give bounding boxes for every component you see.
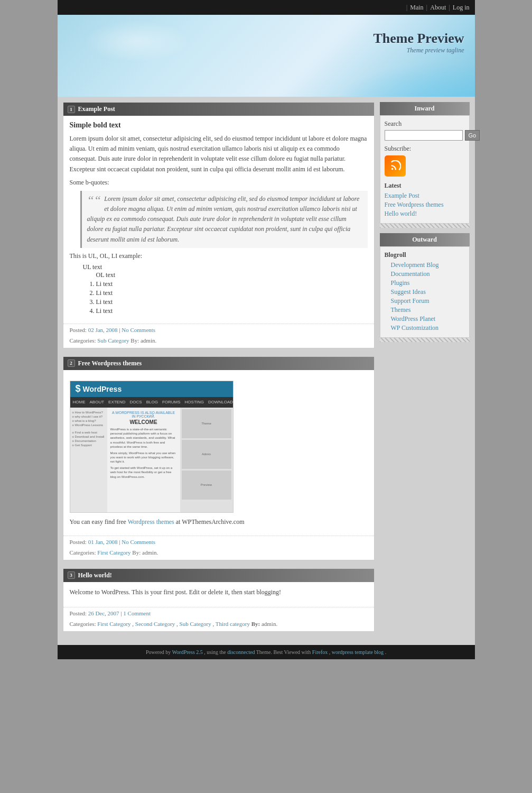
by-label-3: By: [251,621,260,627]
post-cat-3-3[interactable]: Sub Category [180,621,211,627]
sidebar-outward-content: Blogroll Development Blog Documentation … [380,246,470,338]
post-header-3: 3 Hello world! [63,569,374,582]
wp-logo: $ [76,383,81,394]
sidebar-inward-header: Inward [380,102,470,115]
subscribe-label: Subscribe: [385,145,465,153]
blogroll-suggest[interactable]: Suggest Ideas [385,288,465,296]
footer-using: , using the [204,649,226,655]
footer-wp-template[interactable]: wordpress template blog [332,649,384,655]
post-cats-1: Categories: Sub Category By: admin. [63,336,374,348]
wp-panel-preview: Preview [182,471,231,500]
blogroll-plugins[interactable]: Plugins [385,279,465,287]
search-go-button[interactable]: Go [465,130,480,141]
topbar-sep3: | [449,3,450,12]
wp-sidebar-item: o why should I use it? [72,415,105,418]
post-cat-3-4[interactable]: Third category [216,621,250,627]
post-blockquote: Lorem ipsum dolor sit amet, consectetur … [80,191,368,248]
post-body-2: $ WordPress HOME ABOUT EXTEND DOCS BLOG … [63,370,374,536]
post-number-3: 3 [68,571,75,579]
post-paragraph-1: Lorem ipsum dolor sit amet, consectetur … [70,134,368,174]
sidebar-outward-header: Outward [380,233,470,246]
wp-sidebar-item: o How to WordPress? [72,411,105,414]
post-bold-title: Simple bold text [70,121,368,130]
wp-panel-admin: Admin [182,440,231,469]
post-date-2[interactable]: 01 Jan, 2008 [88,539,118,545]
wp-sidebar: o How to WordPress? o why should I use i… [70,408,107,513]
posted-label-3: Posted: [70,610,87,616]
wp-nav-docs: DOCS [130,400,142,404]
footer-firefox[interactable]: Firefox [312,649,328,655]
latest-link-2[interactable]: Free Wordpress themes [385,201,465,209]
cats-label-2: Categories: [70,549,96,556]
blogroll-wpcust[interactable]: WP Customization [385,324,465,332]
post-author-3: admin. [262,621,277,627]
post-header-1: 1 Example Post [63,103,374,116]
post-wp-themes: 2 Free Wordpress themes $ WordPress HOME… [63,356,375,560]
wp-nav-home: HOME [73,400,86,404]
topbar-sep: | [406,3,408,12]
rss-icon[interactable] [385,155,406,177]
post-footer-3: Posted: 26 Dec, 2007 | 1 Comment [63,607,374,619]
wp-navbar: HOME ABOUT EXTEND DOCS BLOG FORUMS HOSTI… [70,397,233,408]
search-row: Go [385,130,465,141]
latest-link-1[interactable]: Example Post [385,192,465,200]
blogroll-wpplanet[interactable]: WordPress Planet [385,315,465,323]
latest-link-3[interactable]: Hello world! [385,210,465,218]
wp-body: o How to WordPress? o why should I use i… [70,408,233,513]
post-cat-3-2[interactable]: Second Category [135,621,175,627]
topbar-about-link[interactable]: About [430,4,446,12]
page-layout: 1 Example Post Simple bold text Lorem ip… [58,97,475,645]
post-date-3[interactable]: 26 Dec, 2007 [88,610,119,616]
page-footer: Powered by WordPress 2.5 , using the dis… [58,645,475,659]
post-footer-1: Posted: 02 Jan, 2008 | No Comments [63,324,374,336]
blogroll-dev[interactable]: Development Blog [385,261,465,269]
sidebar-inward-box: Inward Search Go Subscribe: [380,102,470,228]
bquotes-label: Some b-quotes: [70,179,368,187]
wp-available: A WORDPRESS IS ALSO AVAILABLE IN РУССКИЙ… [110,411,177,418]
footer-sep: , [329,649,331,655]
wp-nav-hosting: HOSTING [185,400,204,404]
post-category-2[interactable]: First Category [97,549,130,556]
footer-disconnected[interactable]: disconnected [227,649,255,655]
sidebar-outward-box: Outward Blogroll Development Blog Docume… [380,233,470,342]
post-footer-2: Posted: 01 Jan, 2008 | No Comments [63,536,374,548]
post-date-1[interactable]: 02 Jan, 2008 [88,327,118,333]
blogroll-docs[interactable]: Documentation [385,270,465,278]
latest-label: Latest [385,182,465,190]
post-category-1[interactable]: Sub Category [97,337,129,344]
search-input[interactable] [385,130,463,141]
post-comments-1[interactable]: No Comments [122,327,155,333]
wp-desc: WordPress is a state-of-the-art semantic… [110,427,177,449]
sidebar-inward-content: Search Go Subscribe: Latest [380,115,470,224]
post-hw-text: Welcome to WordPress. This is your first… [70,587,368,597]
site-subtitle: Theme preview tagline [373,47,464,54]
blogroll-themes[interactable]: Themes [385,306,465,314]
wp-panel: Theme Admin Preview [180,408,233,513]
blogroll-support[interactable]: Support Forum [385,297,465,305]
post-author-1: admin. [141,337,156,344]
topbar-login-link[interactable]: Log in [453,4,470,12]
post-comments-3[interactable]: 1 Comment [123,610,151,616]
topbar-main-link[interactable]: Main [410,4,423,12]
wp-themes-link[interactable]: Wordpress themes [128,518,174,525]
wp-desc3: To get started with WordPress, set it up… [110,466,177,479]
post-body-3: Welcome to WordPress. This is your first… [63,582,374,607]
footer-theme-text: Theme. Best Viewed with [256,649,311,655]
post-number-1: 1 [68,106,75,113]
list-item: Li text [96,307,368,315]
latest-links: Example Post Free Wordpress themes Hello… [385,192,465,218]
post-example: 1 Example Post Simple bold text Lorem ip… [63,102,375,348]
footer-period: . [385,649,387,655]
wp-nav-download: DOWNLOAD [208,400,233,404]
post-cat-3-1[interactable]: First Category [97,621,130,627]
wp-sidebar-item: o what is a blog? [72,419,105,422]
post-comments-2[interactable]: No Comments [122,539,155,545]
wp-sidebar-item: o Find a web host [72,431,105,434]
post-author-2: admin. [142,549,158,556]
wp-link-text: You can easy find free Wordpress themes … [70,518,368,526]
ul-label: UL text [83,263,368,271]
cats-label: Categories: [70,337,96,344]
wp-header: $ WordPress [70,381,233,397]
sidebar: Inward Search Go Subscribe: [380,102,470,347]
footer-wp-link[interactable]: WordPress 2.5 [172,649,203,655]
